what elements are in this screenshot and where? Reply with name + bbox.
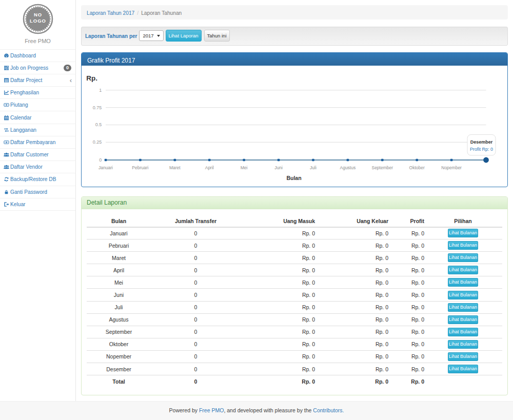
svg-text:0.25: 0.25 <box>93 139 102 145</box>
svg-text:Desember: Desember <box>470 139 493 145</box>
svg-text:Mei: Mei <box>241 165 248 170</box>
svg-text:Juli: Juli <box>310 165 317 170</box>
svg-text:Pebruari: Pebruari <box>132 165 148 170</box>
svg-text:NO: NO <box>34 12 42 17</box>
svg-text:September: September <box>371 165 393 170</box>
svg-text:Agustus: Agustus <box>340 165 356 170</box>
svg-text:LOGO: LOGO <box>30 18 46 24</box>
svg-text:1: 1 <box>99 88 102 93</box>
svg-text:April: April <box>205 165 214 170</box>
svg-text:Rp.: Rp. <box>86 74 97 82</box>
svg-text:Juni: Juni <box>274 165 283 170</box>
svg-text:Januari: Januari <box>98 165 113 170</box>
svg-text:Nopember: Nopember <box>441 165 462 170</box>
svg-text:Maret: Maret <box>169 165 181 170</box>
svg-text:0: 0 <box>99 157 102 163</box>
svg-text:0.5: 0.5 <box>95 122 102 127</box>
svg-text:0.75: 0.75 <box>93 105 102 110</box>
svg-text:Oktober: Oktober <box>409 165 425 170</box>
svg-text:Profit Rp: 0: Profit Rp: 0 <box>470 147 493 152</box>
svg-text:Bulan: Bulan <box>286 175 301 181</box>
